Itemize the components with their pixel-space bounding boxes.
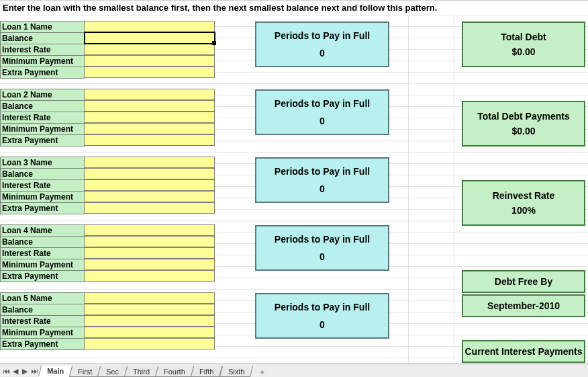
loan-3-balance-label: Balance (0, 168, 85, 180)
loan-1-minpay-label: Minimum Payment (0, 55, 85, 67)
tab-sixth[interactable]: Sixth (219, 366, 254, 377)
total-debt-payments-label: Total Debt Payments (477, 111, 569, 122)
periods-box-4: Periods to Pay in Full 0 (255, 225, 389, 271)
loan-5-balance-label: Balance (0, 304, 85, 316)
periods-title: Periods to Pay in Full (275, 30, 370, 41)
periods-value-5: 0 (320, 319, 325, 330)
loan-4-minpay-input[interactable] (85, 259, 215, 270)
new-sheet-icon[interactable]: ✶ (256, 368, 268, 377)
loan-1-interest-label: Interest Rate (0, 44, 85, 56)
loan-4-interest-label: Interest Rate (0, 247, 85, 259)
loan-1-minpay-input[interactable] (85, 55, 215, 67)
loan-5-extra-input[interactable] (85, 338, 215, 349)
tab-nav: ⏮ ◀ ▶ ⏭ (0, 365, 40, 377)
loan-1-extra-label: Extra Payment (0, 67, 85, 79)
loan-4-balance-input[interactable] (85, 236, 215, 247)
tab-fourth[interactable]: Fourth (155, 366, 194, 377)
loan-1-name-label: Loan 1 Name (0, 21, 85, 33)
periods-title: Periods to Pay in Full (275, 166, 370, 177)
loan-5-block: Loan 5 Name Balance Interest Rate Minimu… (0, 293, 215, 350)
tab-main[interactable]: Main (38, 366, 73, 377)
debt-free-by-value: September-2010 (487, 300, 560, 311)
loan-4-block: Loan 4 Name Balance Interest Rate Minimu… (0, 225, 215, 282)
loan-2-extra-label: Extra Payment (0, 134, 85, 146)
periods-value-1: 0 (320, 48, 325, 58)
tab-first[interactable]: First (69, 366, 101, 377)
loan-3-block: Loan 3 Name Balance Interest Rate Minimu… (0, 157, 215, 214)
loan-1-interest-input[interactable] (85, 44, 215, 55)
loan-2-minpay-label: Minimum Payment (0, 123, 85, 135)
loan-4-name-label: Loan 4 Name (0, 224, 85, 237)
periods-box-2: Periods to Pay in Full 0 (255, 89, 389, 135)
tab-fifth[interactable]: Fifth (191, 366, 223, 377)
debt-free-by-value-box: September-2010 (462, 294, 585, 317)
fill-handle[interactable] (212, 41, 216, 45)
periods-box-1: Periods to Pay in Full 0 (255, 22, 389, 67)
loan-5-extra-label: Extra Payment (0, 338, 85, 350)
periods-value-3: 0 (320, 183, 325, 194)
loan-5-name-input[interactable] (85, 292, 215, 304)
loan-5-balance-input[interactable] (85, 304, 215, 315)
current-interest-payments-box: Current Interest Payments (462, 340, 585, 363)
tab-sec[interactable]: Sec (97, 366, 128, 377)
periods-value-2: 0 (320, 116, 325, 126)
periods-box-3: Periods to Pay in Full 0 (255, 157, 389, 203)
loan-3-minpay-input[interactable] (85, 191, 215, 202)
periods-title: Periods to Pay in Full (275, 234, 370, 245)
loan-3-interest-label: Interest Rate (0, 179, 85, 192)
debt-free-by-label: Debt Free By (495, 276, 552, 287)
tab-nav-prev-icon[interactable]: ◀ (11, 367, 20, 376)
reinvest-rate-label: Reinvest Rate (493, 190, 555, 201)
loan-2-minpay-input[interactable] (85, 123, 215, 134)
loan-5-minpay-label: Minimum Payment (0, 327, 85, 339)
loan-2-interest-input[interactable] (85, 112, 215, 123)
total-debt-value: $0.00 (511, 46, 535, 57)
tab-nav-next-icon[interactable]: ▶ (20, 367, 30, 376)
loan-1-balance-label: Balance (0, 32, 85, 44)
loan-3-name-label: Loan 3 Name (0, 157, 85, 169)
loan-2-block: Loan 2 Name Balance Interest Rate Minimu… (0, 89, 215, 146)
instruction-text: Enter the loan with the smallest balance… (0, 0, 588, 15)
loan-4-balance-label: Balance (0, 236, 85, 248)
periods-value-4: 0 (320, 251, 325, 262)
loan-3-interest-input[interactable] (85, 179, 215, 191)
loan-3-minpay-label: Minimum Payment (0, 191, 85, 203)
loan-4-extra-input[interactable] (85, 270, 215, 282)
loan-2-name-label: Loan 2 Name (0, 89, 85, 101)
loan-3-extra-label: Extra Payment (0, 202, 85, 214)
loan-1-balance-input[interactable] (85, 32, 215, 44)
loan-4-interest-input[interactable] (85, 247, 215, 259)
debt-free-by-label-box: Debt Free By (462, 270, 585, 293)
loan-4-name-input[interactable] (85, 224, 215, 236)
periods-box-5: Periods to Pay in Full 0 (255, 293, 389, 339)
loan-5-minpay-input[interactable] (85, 327, 215, 338)
loan-2-balance-label: Balance (0, 100, 85, 112)
periods-title: Periods to Pay in Full (275, 98, 370, 109)
loan-2-interest-label: Interest Rate (0, 112, 85, 124)
loan-3-name-input[interactable] (85, 157, 215, 168)
loan-5-interest-label: Interest Rate (0, 315, 85, 327)
tab-nav-first-icon[interactable]: ⏮ (1, 367, 11, 375)
tab-third[interactable]: Third (124, 366, 158, 377)
tab-nav-last-icon[interactable]: ⏭ (30, 367, 39, 375)
total-debt-label: Total Debt (501, 32, 546, 42)
loan-5-interest-input[interactable] (85, 315, 215, 327)
loan-1-extra-input[interactable] (85, 67, 215, 78)
loan-2-balance-input[interactable] (85, 100, 215, 112)
total-debt-payments-value: $0.00 (511, 126, 535, 136)
loan-3-extra-input[interactable] (85, 202, 215, 214)
reinvest-rate-value: 100% (511, 205, 536, 216)
loan-2-extra-input[interactable] (85, 134, 215, 146)
loan-4-minpay-label: Minimum Payment (0, 259, 85, 271)
loan-1-name-input[interactable] (85, 21, 215, 32)
total-debt-box: Total Debt $0.00 (462, 22, 585, 67)
sheet-tab-bar: ⏮ ◀ ▶ ⏭ Main First Sec Third Fourth Fift… (0, 364, 588, 377)
loan-3-balance-input[interactable] (85, 168, 215, 179)
periods-title: Periods to Pay in Full (275, 302, 370, 312)
loan-4-extra-label: Extra Payment (0, 270, 85, 282)
current-interest-payments-label: Current Interest Payments (464, 346, 582, 357)
loan-2-name-input[interactable] (85, 89, 215, 100)
reinvest-rate-box: Reinvest Rate 100% (462, 180, 585, 226)
loan-5-name-label: Loan 5 Name (0, 292, 85, 304)
total-debt-payments-box: Total Debt Payments $0.00 (462, 101, 585, 146)
